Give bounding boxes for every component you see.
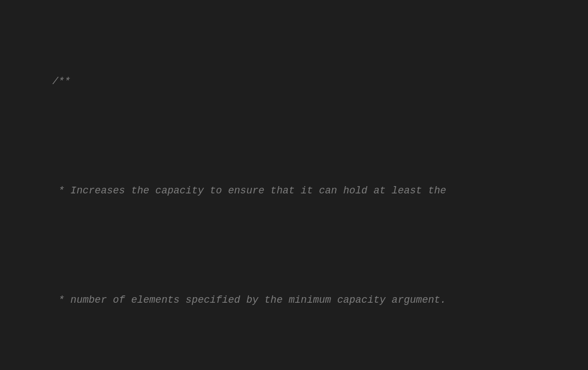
comment-text1: * Increases the capacity to ensure that … bbox=[52, 185, 446, 196]
comment-line2: * number of elements specified by the mi… bbox=[22, 277, 588, 324]
comment-line1: * Increases the capacity to ensure that … bbox=[22, 168, 588, 215]
comment-open: /** bbox=[52, 76, 70, 87]
comment-open-line: /** bbox=[22, 58, 588, 105]
comment-text2: * number of elements specified by the mi… bbox=[52, 294, 446, 306]
code-block: /** * Increases the capacity to ensure t… bbox=[22, 11, 588, 370]
